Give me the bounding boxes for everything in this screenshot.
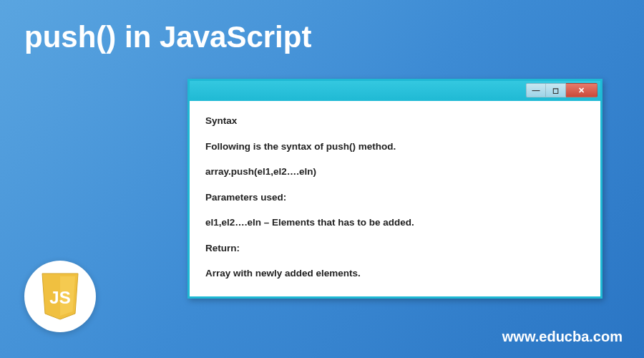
syntax-intro: Following is the syntax of push() method…	[205, 140, 585, 154]
syntax-code: array.push(el1,el2….eln)	[205, 165, 585, 179]
logo-text: JS	[49, 288, 70, 307]
close-button[interactable]: ✕	[566, 83, 597, 97]
window-controls: — ◻ ✕	[526, 83, 597, 97]
maximize-button[interactable]: ◻	[546, 83, 566, 97]
site-url: www.educba.com	[502, 329, 623, 345]
minimize-button[interactable]: —	[526, 83, 546, 97]
javascript-shield-icon: JS	[39, 272, 82, 321]
window-titlebar: — ◻ ✕	[190, 81, 600, 101]
return-description: Array with newly added elements.	[205, 266, 585, 281]
window-frame: — ◻ ✕ Syntax Following is the syntax of …	[187, 79, 602, 299]
page-title: push() in JavaScript	[0, 0, 644, 54]
syntax-heading: Syntax	[205, 114, 585, 128]
return-label: Return:	[205, 241, 585, 256]
brand-logo: JS	[24, 261, 96, 332]
window-content: Syntax Following is the syntax of push()…	[190, 101, 600, 296]
parameters-description: el1,el2….eln – Elements that has to be a…	[205, 216, 585, 230]
parameters-label: Parameters used:	[205, 190, 585, 205]
